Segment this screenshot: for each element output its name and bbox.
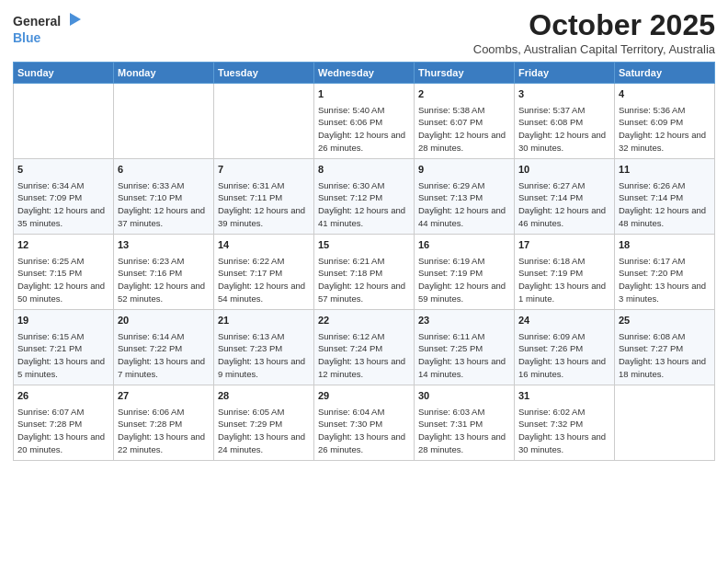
day-number: 8 (318, 163, 410, 177)
day-info: Sunrise: 6:06 AM Sunset: 7:28 PM Dayligh… (118, 406, 210, 456)
day-number: 24 (518, 314, 610, 327)
day-number: 2 (418, 87, 510, 101)
day-info: Sunrise: 6:07 AM Sunset: 7:28 PM Dayligh… (17, 406, 109, 456)
calendar-day-13: 13Sunrise: 6:23 AM Sunset: 7:16 PM Dayli… (114, 235, 214, 310)
calendar-day-1: 1Sunrise: 5:40 AM Sunset: 6:06 PM Daylig… (314, 84, 415, 159)
calendar-day-10: 10Sunrise: 6:27 AM Sunset: 7:14 PM Dayli… (515, 159, 615, 235)
day-info: Sunrise: 6:13 AM Sunset: 7:23 PM Dayligh… (218, 330, 310, 381)
calendar-day-5: 5Sunrise: 6:34 AM Sunset: 7:09 PM Daylig… (14, 159, 114, 235)
svg-marker-0 (70, 13, 81, 26)
logo-icon (63, 9, 83, 29)
day-info: Sunrise: 6:03 AM Sunset: 7:31 PM Dayligh… (418, 406, 510, 456)
day-number: 11 (619, 163, 711, 177)
day-number: 10 (518, 163, 610, 177)
calendar-day-21: 21Sunrise: 6:13 AM Sunset: 7:23 PM Dayli… (214, 310, 314, 385)
calendar-week-row: 12Sunrise: 6:25 AM Sunset: 7:15 PM Dayli… (14, 235, 715, 310)
day-info: Sunrise: 6:19 AM Sunset: 7:19 PM Dayligh… (418, 255, 510, 305)
day-info: Sunrise: 6:26 AM Sunset: 7:14 PM Dayligh… (619, 179, 711, 230)
day-number: 30 (418, 389, 510, 403)
day-number: 18 (619, 238, 711, 252)
day-info: Sunrise: 6:09 AM Sunset: 7:26 PM Dayligh… (518, 330, 610, 381)
calendar-week-row: 5Sunrise: 6:34 AM Sunset: 7:09 PM Daylig… (14, 159, 715, 235)
calendar-day-29: 29Sunrise: 6:04 AM Sunset: 7:30 PM Dayli… (314, 385, 415, 461)
calendar-day-16: 16Sunrise: 6:19 AM Sunset: 7:19 PM Dayli… (415, 235, 515, 310)
day-number: 19 (17, 314, 109, 327)
day-info: Sunrise: 6:12 AM Sunset: 7:24 PM Dayligh… (318, 330, 410, 381)
calendar-day-19: 19Sunrise: 6:15 AM Sunset: 7:21 PM Dayli… (14, 310, 114, 385)
calendar-day-31: 31Sunrise: 6:02 AM Sunset: 7:32 PM Dayli… (515, 385, 615, 461)
day-info: Sunrise: 5:40 AM Sunset: 6:06 PM Dayligh… (318, 104, 410, 155)
calendar-day-18: 18Sunrise: 6:17 AM Sunset: 7:20 PM Dayli… (615, 235, 715, 310)
logo-text-general: General (13, 14, 61, 29)
day-number: 4 (619, 87, 711, 101)
day-number: 12 (17, 238, 109, 252)
day-number: 3 (518, 87, 610, 101)
page: General Blue October 2025 Coombs, Austra… (0, 0, 728, 563)
calendar-day-30: 30Sunrise: 6:03 AM Sunset: 7:31 PM Dayli… (415, 385, 515, 461)
day-number: 6 (118, 163, 210, 177)
calendar-empty-cell (214, 84, 314, 159)
calendar-day-26: 26Sunrise: 6:07 AM Sunset: 7:28 PM Dayli… (14, 385, 114, 461)
day-number: 31 (518, 389, 610, 403)
calendar-day-12: 12Sunrise: 6:25 AM Sunset: 7:15 PM Dayli… (14, 235, 114, 310)
calendar-day-4: 4Sunrise: 5:36 AM Sunset: 6:09 PM Daylig… (615, 84, 715, 159)
day-header-thursday: Thursday (415, 63, 515, 84)
day-info: Sunrise: 6:02 AM Sunset: 7:32 PM Dayligh… (518, 406, 610, 456)
calendar-day-22: 22Sunrise: 6:12 AM Sunset: 7:24 PM Dayli… (314, 310, 415, 385)
day-info: Sunrise: 6:25 AM Sunset: 7:15 PM Dayligh… (17, 255, 109, 305)
day-number: 9 (418, 163, 510, 177)
day-header-tuesday: Tuesday (214, 63, 314, 84)
calendar-day-25: 25Sunrise: 6:08 AM Sunset: 7:27 PM Dayli… (615, 310, 715, 385)
day-info: Sunrise: 6:33 AM Sunset: 7:10 PM Dayligh… (118, 179, 210, 230)
calendar-day-9: 9Sunrise: 6:29 AM Sunset: 7:13 PM Daylig… (415, 159, 515, 235)
title-block: October 2025 Coombs, Australian Capital … (473, 9, 715, 56)
calendar-day-20: 20Sunrise: 6:14 AM Sunset: 7:22 PM Dayli… (114, 310, 214, 385)
day-info: Sunrise: 6:14 AM Sunset: 7:22 PM Dayligh… (118, 330, 210, 381)
day-info: Sunrise: 6:11 AM Sunset: 7:25 PM Dayligh… (418, 330, 510, 381)
day-info: Sunrise: 6:17 AM Sunset: 7:20 PM Dayligh… (619, 255, 711, 305)
day-info: Sunrise: 6:15 AM Sunset: 7:21 PM Dayligh… (17, 330, 109, 381)
day-number: 21 (218, 314, 310, 327)
calendar-day-27: 27Sunrise: 6:06 AM Sunset: 7:28 PM Dayli… (114, 385, 214, 461)
day-info: Sunrise: 6:30 AM Sunset: 7:12 PM Dayligh… (318, 179, 410, 230)
month-title: October 2025 (473, 9, 715, 41)
day-number: 17 (518, 238, 610, 252)
day-number: 20 (118, 314, 210, 327)
header: General Blue October 2025 Coombs, Austra… (13, 9, 715, 56)
subtitle: Coombs, Australian Capital Territory, Au… (473, 42, 715, 56)
day-number: 22 (318, 314, 410, 327)
calendar-day-3: 3Sunrise: 5:37 AM Sunset: 6:08 PM Daylig… (515, 84, 615, 159)
day-number: 1 (318, 87, 410, 101)
calendar-header-row: SundayMondayTuesdayWednesdayThursdayFrid… (14, 63, 715, 84)
day-info: Sunrise: 6:27 AM Sunset: 7:14 PM Dayligh… (518, 179, 610, 230)
calendar-week-row: 19Sunrise: 6:15 AM Sunset: 7:21 PM Dayli… (14, 310, 715, 385)
day-header-monday: Monday (114, 63, 214, 84)
calendar-day-6: 6Sunrise: 6:33 AM Sunset: 7:10 PM Daylig… (114, 159, 214, 235)
calendar-day-8: 8Sunrise: 6:30 AM Sunset: 7:12 PM Daylig… (314, 159, 415, 235)
day-info: Sunrise: 5:37 AM Sunset: 6:08 PM Dayligh… (518, 104, 610, 155)
day-header-wednesday: Wednesday (314, 63, 415, 84)
calendar-day-7: 7Sunrise: 6:31 AM Sunset: 7:11 PM Daylig… (214, 159, 314, 235)
day-info: Sunrise: 5:38 AM Sunset: 6:07 PM Dayligh… (418, 104, 510, 155)
calendar-day-23: 23Sunrise: 6:11 AM Sunset: 7:25 PM Dayli… (415, 310, 515, 385)
day-info: Sunrise: 6:21 AM Sunset: 7:18 PM Dayligh… (318, 255, 410, 305)
day-info: Sunrise: 5:36 AM Sunset: 6:09 PM Dayligh… (619, 104, 711, 155)
calendar-day-17: 17Sunrise: 6:18 AM Sunset: 7:19 PM Dayli… (515, 235, 615, 310)
day-header-sunday: Sunday (14, 63, 114, 84)
day-number: 7 (218, 163, 310, 177)
day-info: Sunrise: 6:22 AM Sunset: 7:17 PM Dayligh… (218, 255, 310, 305)
day-number: 16 (418, 238, 510, 252)
day-number: 5 (17, 163, 109, 177)
day-info: Sunrise: 6:34 AM Sunset: 7:09 PM Dayligh… (17, 179, 109, 230)
day-header-saturday: Saturday (615, 63, 715, 84)
logo: General Blue (13, 13, 83, 46)
day-number: 26 (17, 389, 109, 403)
day-info: Sunrise: 6:31 AM Sunset: 7:11 PM Dayligh… (218, 179, 310, 230)
day-number: 14 (218, 238, 310, 252)
day-number: 23 (418, 314, 510, 327)
calendar-day-24: 24Sunrise: 6:09 AM Sunset: 7:26 PM Dayli… (515, 310, 615, 385)
calendar-empty-cell (114, 84, 214, 159)
calendar-empty-cell (615, 385, 715, 461)
day-info: Sunrise: 6:23 AM Sunset: 7:16 PM Dayligh… (118, 255, 210, 305)
day-number: 15 (318, 238, 410, 252)
